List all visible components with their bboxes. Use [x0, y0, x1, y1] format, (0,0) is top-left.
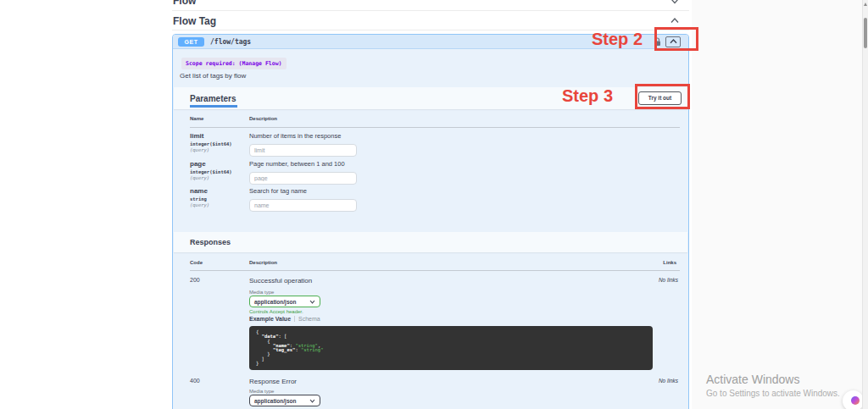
api-doc-content: Flow Flow Tag GET /flow/tags	[172, 0, 691, 409]
param-detail: Page number, between 1 and 100	[249, 160, 357, 185]
swagger-ui-page: Flow Flow Tag GET /flow/tags	[0, 0, 868, 409]
media-type-label: Media type	[249, 389, 274, 394]
chevron-up-icon[interactable]	[670, 18, 679, 24]
media-type-select[interactable]: application/json	[249, 296, 320, 307]
param-detail: Search for tag name	[249, 187, 357, 212]
activate-windows-watermark: Activate Windows Go to Settings to activ…	[706, 373, 840, 398]
tab-example-value[interactable]: Example Value	[249, 316, 291, 322]
param-meta: limit integer($int64) (query)	[190, 132, 232, 152]
response-code: 200	[190, 277, 200, 283]
step2-annotation-box	[654, 27, 698, 51]
section-flow-title: Flow	[173, 0, 196, 7]
response-description: Response Error	[249, 378, 297, 385]
scrollbar-thumb[interactable]	[864, 18, 867, 48]
colorful-dot-icon	[851, 396, 860, 405]
media-type-select[interactable]: application/json	[249, 395, 320, 406]
param-name: page	[190, 160, 232, 168]
step3-annotation-box	[635, 84, 690, 109]
http-method-badge: GET	[178, 37, 204, 47]
table-divider	[190, 270, 680, 271]
tab-separator	[294, 316, 295, 322]
page-input[interactable]	[249, 172, 357, 185]
step2-annotation-label: Step 2	[592, 30, 643, 49]
param-description: Search for tag name	[249, 187, 357, 195]
param-type: integer($int64)	[190, 141, 232, 146]
responses-title: Responses	[190, 238, 231, 246]
param-description: Number of items in the response	[249, 132, 357, 140]
response-description: Successful operation	[249, 277, 312, 285]
limit-input[interactable]	[249, 144, 357, 157]
resp-col-description-header: Description	[249, 260, 277, 265]
param-location: (query)	[190, 175, 232, 180]
param-col-description-header: Description	[249, 116, 277, 121]
tab-schema[interactable]: Schema	[298, 316, 320, 322]
media-type-label: Media type	[249, 290, 274, 295]
operation-description: Get list of tags by flow	[180, 72, 246, 80]
param-name: limit	[190, 132, 232, 140]
param-type: string	[190, 196, 209, 202]
section-flow-tag-title: Flow Tag	[173, 15, 216, 27]
resp-col-links-header: Links	[663, 260, 676, 265]
chevron-down-icon[interactable]	[670, 0, 679, 4]
param-description: Page number, between 1 and 100	[249, 160, 357, 168]
response-code: 400	[190, 378, 200, 384]
chevron-down-icon	[309, 300, 315, 304]
section-flow-tag: Flow Tag	[172, 12, 689, 30]
param-type: integer($int64)	[190, 169, 232, 174]
param-name: name	[190, 187, 209, 195]
watermark-title: Activate Windows	[706, 373, 840, 386]
vertical-scrollbar[interactable]	[862, 0, 868, 409]
table-divider	[190, 127, 680, 128]
response-links: No links	[659, 378, 678, 384]
chevron-down-icon	[309, 399, 315, 403]
responses-header-bar: Responses	[174, 232, 687, 252]
response-links: No links	[659, 277, 678, 283]
name-input[interactable]	[249, 199, 357, 212]
page-background-right	[692, 0, 868, 409]
param-meta: name string (query)	[190, 187, 209, 207]
floating-widget-button[interactable]	[843, 390, 864, 409]
scroll-up-arrow-icon[interactable]	[864, 3, 867, 6]
accept-header-note: Controls Accept header.	[249, 309, 303, 314]
example-code: { "data": [ { "name": "string", "tag_es"…	[249, 326, 653, 370]
param-col-name-header: Name	[190, 116, 203, 121]
param-detail: Number of items in the response	[249, 132, 357, 157]
media-type-value: application/json	[254, 299, 296, 305]
param-meta: page integer($int64) (query)	[190, 160, 232, 180]
watermark-subtitle: Go to Settings to activate Windows.	[706, 389, 840, 398]
scope-required-badge: Scope required: (Manage Flow)	[181, 58, 287, 69]
step3-annotation-label: Step 3	[562, 86, 613, 106]
model-example-tabs: Example Value Schema	[249, 316, 320, 322]
media-type-value: application/json	[254, 398, 296, 404]
param-location: (query)	[190, 202, 209, 207]
endpoint-path: /flow/tags	[210, 38, 251, 46]
tab-parameters[interactable]: Parameters	[190, 94, 236, 103]
section-flow: Flow	[172, 0, 689, 11]
param-location: (query)	[190, 147, 232, 152]
resp-col-code-header: Code	[190, 260, 203, 265]
